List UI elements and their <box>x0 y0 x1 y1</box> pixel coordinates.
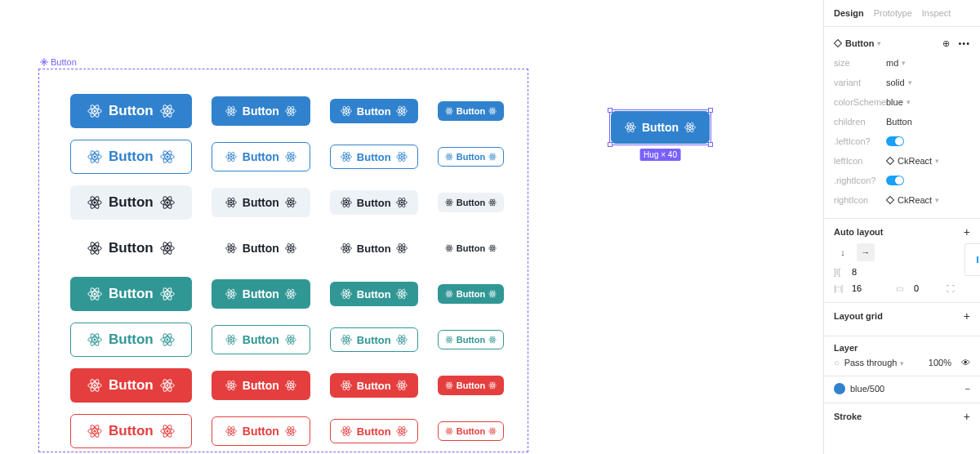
react-icon <box>341 197 352 208</box>
alignment-grid[interactable] <box>964 243 980 276</box>
prop-size-value[interactable]: md▾ <box>886 58 970 68</box>
button-md-solid-blue[interactable]: Button <box>212 96 310 126</box>
button-label: Button <box>243 105 279 118</box>
add-stroke-icon[interactable]: + <box>964 410 970 423</box>
padding-icon: |□| <box>834 284 845 293</box>
button-xs-outline-red[interactable]: Button <box>438 421 504 441</box>
button-xs-ghost-gray[interactable]: Button <box>438 238 504 258</box>
react-icon <box>341 425 352 437</box>
direction-horizontal[interactable]: → <box>857 243 875 261</box>
react-icon <box>285 243 296 254</box>
padding-input[interactable] <box>850 283 880 294</box>
button-lg-solid-red[interactable]: Button <box>70 368 192 403</box>
react-icon <box>87 332 102 347</box>
button-label: Button <box>357 334 391 346</box>
fill-swatch[interactable] <box>834 383 845 394</box>
button-label: Button <box>109 423 154 439</box>
button-label: Button <box>109 377 154 394</box>
button-label: Button <box>457 335 485 345</box>
react-icon <box>396 243 408 254</box>
button-sm-outline-blue[interactable]: Button <box>330 145 418 169</box>
tab-prototype[interactable]: Prototype <box>874 8 912 18</box>
button-md-solid-teal[interactable]: Button <box>212 279 310 309</box>
prop-variant-value[interactable]: solid▾ <box>886 78 970 87</box>
button-variant-frame[interactable]: Button Button Button Button Button Butto… <box>38 69 528 452</box>
resize-handle-br[interactable] <box>708 142 713 147</box>
button-label: Button <box>109 286 154 302</box>
component-link[interactable]: Button ▾ <box>834 38 942 48</box>
visibility-icon[interactable]: 👁 <box>961 358 970 367</box>
detach-style-icon[interactable]: − <box>965 384 970 394</box>
selected-button[interactable]: Button <box>611 111 710 144</box>
opacity-value[interactable]: 100% <box>929 358 951 367</box>
react-icon <box>684 122 696 133</box>
prop-scheme-value[interactable]: blue▾ <box>886 97 970 107</box>
padding-v-icon: ▭ <box>896 284 907 293</box>
padding2-input[interactable] <box>912 283 942 294</box>
button-lg-ghost-gray[interactable]: Button <box>70 231 192 265</box>
button-lg-solid-blue[interactable]: Button <box>70 94 192 128</box>
button-sm-solid-blue[interactable]: Button <box>330 99 418 123</box>
row-teal-solid: Button Button Button Button <box>70 277 497 311</box>
button-xs-solid-blue[interactable]: Button <box>438 101 504 121</box>
button-md-outline-blue[interactable]: Button <box>212 142 310 171</box>
fill-name[interactable]: blue/500 <box>850 384 884 394</box>
blend-mode-value[interactable]: Pass through ▾ <box>844 358 904 367</box>
button-md-ghost-gray[interactable]: Button <box>212 234 310 263</box>
button-md-solid-gray[interactable]: Button <box>212 188 310 217</box>
resize-handle-bl[interactable] <box>608 142 612 147</box>
button-xs-solid-teal[interactable]: Button <box>438 284 504 304</box>
spacing-input[interactable] <box>850 266 880 278</box>
selected-instance[interactable]: Button Hug × 40 <box>611 111 710 144</box>
direction-vertical[interactable]: ↓ <box>834 243 852 261</box>
button-lg-outline-teal[interactable]: Button <box>70 323 192 357</box>
button-lg-outline-red[interactable]: Button <box>70 414 192 448</box>
react-icon <box>396 334 408 345</box>
prop-children-value[interactable]: Button <box>886 117 970 127</box>
button-md-outline-teal[interactable]: Button <box>212 325 310 354</box>
button-sm-outline-red[interactable]: Button <box>330 419 418 443</box>
prop-lefticon-value[interactable]: CkReact▾ <box>886 156 970 166</box>
button-md-outline-red[interactable]: Button <box>212 416 310 446</box>
button-lg-outline-blue[interactable]: Button <box>70 140 192 174</box>
button-xs-solid-gray[interactable]: Button <box>438 193 504 212</box>
button-lg-solid-gray[interactable]: Button <box>70 185 192 220</box>
more-icon[interactable]: ••• <box>958 38 970 48</box>
target-icon[interactable]: ⊕ <box>942 38 950 49</box>
button-sm-solid-red[interactable]: Button <box>330 373 418 398</box>
righticon-toggle[interactable] <box>886 176 904 185</box>
add-autolayout-icon[interactable]: + <box>964 225 970 238</box>
canvas[interactable]: Button Button Button Button Button Butto… <box>0 0 823 454</box>
react-icon <box>396 151 408 162</box>
lefticon-toggle[interactable] <box>886 136 904 146</box>
button-lg-solid-teal[interactable]: Button <box>70 277 192 311</box>
tab-inspect[interactable]: Inspect <box>922 8 951 18</box>
react-icon <box>625 122 636 133</box>
react-icon <box>160 195 175 210</box>
button-xs-solid-red[interactable]: Button <box>438 376 504 395</box>
button-label: Button <box>457 289 485 299</box>
button-sm-solid-gray[interactable]: Button <box>330 190 418 215</box>
react-icon <box>285 151 296 162</box>
button-md-solid-red[interactable]: Button <box>212 371 310 400</box>
resize-handle-tr[interactable] <box>708 108 713 113</box>
button-sm-outline-teal[interactable]: Button <box>330 327 418 352</box>
react-icon <box>488 381 497 389</box>
button-label: Button <box>109 240 154 256</box>
row-blue-solid: Button Button Button Button <box>70 94 497 128</box>
button-xs-outline-teal[interactable]: Button <box>438 330 504 349</box>
button-sm-ghost-gray[interactable]: Button <box>330 236 418 260</box>
frame-label[interactable]: Button <box>40 57 77 67</box>
prop-righticon-value[interactable]: CkReact▾ <box>886 195 970 205</box>
layer-title: Layer <box>834 343 858 353</box>
react-icon <box>341 288 352 300</box>
padding-expand-icon[interactable]: ⛶ <box>947 284 958 293</box>
react-icon <box>341 151 352 162</box>
resize-handle-tl[interactable] <box>608 108 612 113</box>
tab-design[interactable]: Design <box>834 8 864 18</box>
react-icon <box>160 104 175 118</box>
button-sm-solid-teal[interactable]: Button <box>330 282 418 306</box>
button-label: Button <box>357 197 391 209</box>
button-xs-outline-blue[interactable]: Button <box>438 147 504 167</box>
add-grid-icon[interactable]: + <box>964 309 970 323</box>
